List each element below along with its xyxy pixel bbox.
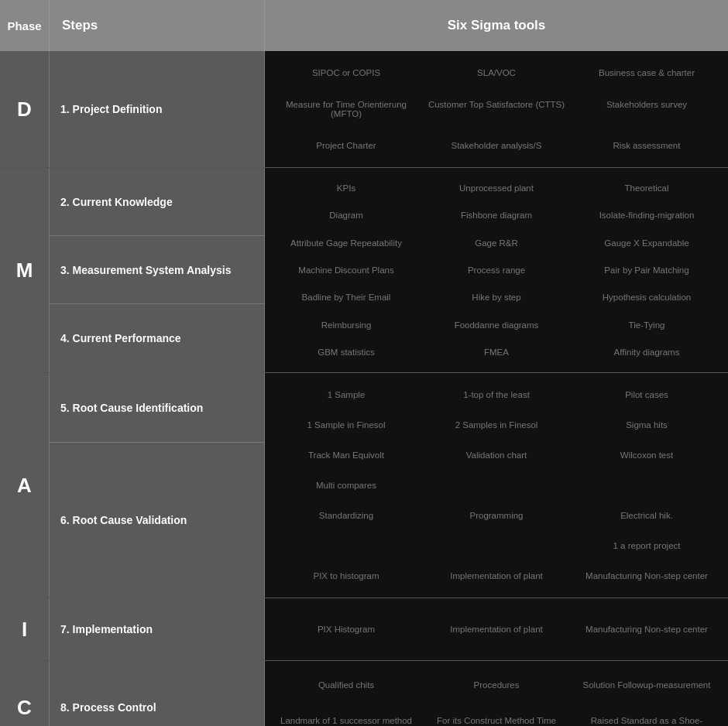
tools-row: Qualified chits Procedures Solution Foll… [271,679,722,691]
tools-row: Reimbursing Fooddanne diagrams Tie-Tying [271,319,722,331]
step-7: 7. Implementation [50,598,264,660]
tool-item: KPIs [271,182,421,194]
tools-row: SIPOC or COPIS SLA/VOC Business case & c… [271,67,722,79]
tool-item: Business case & charter [572,67,722,79]
tool-item [421,539,572,552]
header-row: Phase Steps Six Sigma tools [0,0,728,51]
tool-item: Implementation of plant [421,623,572,635]
tool-item: Fooddanne diagrams [421,319,572,331]
steps-block-C: 8. Process Control [50,661,265,726]
tool-item: Gage R&R [421,237,572,249]
tool-item: Pilot cases [572,389,722,401]
phase-row-M: M 2. Current Knowledge 3. Measurement Sy… [0,168,728,373]
tool-item: Standardizing [271,509,421,522]
tool-item: Isolate-finding-migration [572,209,722,221]
header-tools: Six Sigma tools [265,0,728,51]
tool-item: Qualified chits [271,679,421,691]
phase-label-C: C [0,661,50,726]
tool-item: Risk assessment [572,139,722,152]
step-4: 4. Current Performance [50,304,264,372]
tool-item: Gauge X Expandable [572,237,722,249]
tool-item: Solution Followup-measurement [572,679,722,691]
phase-label-A: A [0,373,50,598]
steps-block-A: 5. Root Cause Identification 6. Root Cau… [50,373,265,598]
tool-item: Raised Standard as a Shoe-Followup of it [572,714,722,726]
tool-item: 1 a report project [572,539,722,552]
tool-item: SLA/VOC [421,67,572,79]
tools-block-C: Qualified chits Procedures Solution Foll… [265,661,728,726]
tool-item: 2 Samples in Finesol [421,419,572,431]
tool-item: Electrical hik. [572,509,722,522]
tool-item: Landmark of 1 successor method (SPC) [271,714,421,726]
step-6: 6. Root Cause Validation [50,443,264,598]
tool-item: Tie-Tying [572,319,722,331]
phase-label-I: I [0,598,50,660]
tools-row: GBM statistics FMEA Affinity diagrams [271,346,722,358]
tools-row: 1 Sample 1-top of the least Pilot cases [271,389,722,401]
tool-item: Measure for Time Orientierung (MFTO) [271,98,421,120]
tools-row: Standardizing Programming Electrical hik… [271,509,722,522]
tool-item [421,479,572,491]
tools-row: Diagram Fishbone diagram Isolate-finding… [271,209,722,221]
tool-item: Pair by Pair Matching [572,264,722,276]
tool-item: Affinity diagrams [572,346,722,358]
phase-row-C: C 8. Process Control Qualified chits Pro… [0,661,728,726]
tool-item: SIPOC or COPIS [271,67,421,79]
tool-item: Fishbone diagram [421,209,572,221]
tool-item: Wilcoxon test [572,449,722,461]
tool-item: Stakeholder analysis/S [421,139,572,152]
tool-item: Project Charter [271,139,421,152]
tool-item: Hike by step [421,291,572,303]
step-8: 8. Process Control [50,661,264,726]
tool-item [572,479,722,491]
tool-item: Sigma hits [572,419,722,431]
step-1: 1. Project Definition [50,51,264,167]
tool-item: Unprocessed plant [421,182,572,194]
tools-row: Multi compares [271,479,722,491]
phase-row-I: I 7. Implementation PIX Histogram Implem… [0,598,728,661]
tool-item: Procedures [421,679,572,691]
tool-item: Diagram [271,209,421,221]
header-phase: Phase [0,0,50,51]
tool-item: PIX Histogram [271,623,421,635]
tool-item: Manufacturing Non-step center [572,570,722,582]
tools-block-A: 1 Sample 1-top of the least Pilot cases … [265,373,728,598]
steps-block-I: 7. Implementation [50,598,265,660]
tool-item: Validation chart [421,449,572,461]
tool-item: For its Construct Method Time [421,714,572,726]
tools-row: KPIs Unprocessed plant Theoretical [271,182,722,194]
tools-block-M: KPIs Unprocessed plant Theoretical Diagr… [265,168,728,372]
tool-item: Hypothesis calculation [572,291,722,303]
tool-item: Reimbursing [271,319,421,331]
tools-row: Attribute Gage Repeatability Gage R&R Ga… [271,237,722,249]
step-5: 5. Root Cause Identification [50,373,264,443]
tool-item: Programming [421,509,572,522]
tools-row: Machine Discount Plans Process range Pai… [271,264,722,276]
tool-item: Process range [421,264,572,276]
tools-row: Measure for Time Orientierung (MFTO) Cus… [271,98,722,120]
tools-row: PIX Histogram Implementation of plant Ma… [271,623,722,635]
tool-item: Machine Discount Plans [271,264,421,276]
tools-row: Badline by Their Email Hike by step Hypo… [271,291,722,303]
tools-row: 1 Sample in Finesol 2 Samples in Finesol… [271,419,722,431]
tool-item: GBM statistics [271,346,421,358]
tools-block-D: SIPOC or COPIS SLA/VOC Business case & c… [265,51,728,167]
header-steps: Steps [50,0,265,51]
tools-row: Track Man Equivolt Validation chart Wilc… [271,449,722,461]
tool-item: PIX to histogram [271,570,421,582]
tool-item: Manufacturing Non-step center [572,623,722,635]
tools-row: PIX to histogram Implementation of plant… [271,570,722,582]
tool-item: Implementation of plant [421,570,572,582]
phase-label-D: D [0,51,50,167]
tool-item: 1-top of the least [421,389,572,401]
tool-item: Multi compares [271,479,421,491]
phase-row-A: A 5. Root Cause Identification 6. Root C… [0,373,728,598]
step-2: 2. Current Knowledge [50,168,264,236]
tool-item [271,539,421,552]
tools-row: Landmark of 1 successor method (SPC) For… [271,714,722,726]
tool-item: 1 Sample in Finesol [271,419,421,431]
phase-label-M: M [0,168,50,372]
tools-row: 1 a report project [271,539,722,552]
dmaic-table: Phase Steps Six Sigma tools D 1. Project… [0,0,728,726]
tool-item: 1 Sample [271,389,421,401]
